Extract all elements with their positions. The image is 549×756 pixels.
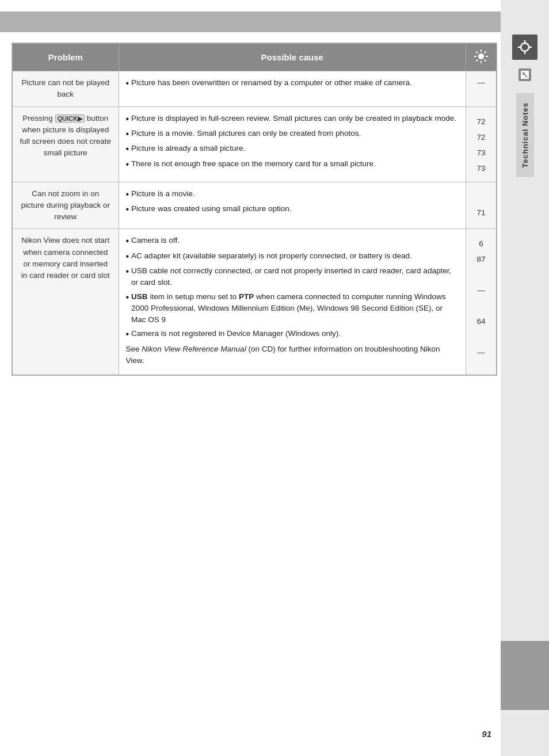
bullet-icon: • [126, 328, 129, 341]
table-row: Nikon View does not start when camera co… [12, 229, 497, 375]
right-sidebar: Technical Notes [501, 0, 549, 756]
top-band [0, 12, 501, 32]
cause-cell-2: • Picture is displayed in full-screen re… [119, 106, 466, 182]
settings-icon [512, 35, 537, 60]
header-cause: Possible cause [119, 43, 466, 71]
problem-cell-4: Nikon View does not start when camera co… [12, 229, 119, 375]
multi-ref: 72 72 73 73 [473, 113, 489, 176]
problem-cell-3: Can not zoom in on picture during playba… [12, 182, 119, 229]
table-row: Pressing QUICK▶ button when picture is d… [12, 106, 497, 182]
cause-cell-1: • Picture has been overwritten or rename… [119, 71, 466, 107]
problem-cell-1: Picture can not be played back [12, 71, 119, 107]
page-wrapper: Technical Notes Problem Possible cause [0, 0, 549, 756]
bullet-icon: • [126, 188, 129, 201]
svg-line-14 [476, 52, 478, 54]
table-row: Picture can not be played back • Picture… [12, 71, 497, 107]
svg-line-16 [485, 52, 486, 54]
bullet-icon: • [126, 158, 129, 171]
quick-key: QUICK▶ [55, 114, 85, 123]
page-number: 91 [482, 729, 491, 739]
ref-cell-3: 71 [466, 182, 497, 229]
multi-ref: 6 87 — 64 — [473, 235, 489, 360]
bold-ptp: PTP [239, 292, 254, 301]
sidebar-tab-label: Technical Notes [516, 93, 534, 177]
bullet-icon: • [126, 250, 129, 263]
cause-cell-3: • Picture is a movie. • Picture was crea… [119, 182, 466, 229]
bullet-icon: • [126, 291, 129, 304]
multi-ref: 71 [473, 188, 489, 220]
bold-usb: USB [131, 292, 148, 301]
bullet-icon: • [126, 265, 129, 278]
header-ref [466, 43, 497, 71]
bullet-icon: • [126, 143, 129, 155]
main-content: Problem Possible cause [12, 43, 497, 376]
svg-point-0 [521, 43, 529, 51]
ref-cell-4: 6 87 — 64 — [466, 229, 497, 375]
italic-manual: Nikon View Reference Manual [142, 345, 246, 353]
ref-cell-1: — [466, 71, 497, 107]
header-problem: Problem [12, 43, 119, 71]
ref-cell-2: 72 72 73 73 [466, 106, 497, 182]
bullet-icon: • [126, 203, 129, 216]
table-row: Can not zoom in on picture during playba… [12, 182, 497, 229]
problem-cell-2: Pressing QUICK▶ button when picture is d… [12, 106, 119, 182]
bullet-icon: • [126, 128, 129, 140]
svg-line-17 [476, 60, 478, 62]
bullet-icon: • [126, 113, 129, 125]
bullet-icon: • [126, 235, 129, 247]
edit-icon [514, 64, 535, 85]
svg-point-9 [478, 54, 484, 59]
bullet-icon: • [126, 77, 129, 90]
troubleshooting-table: Problem Possible cause [12, 43, 497, 376]
svg-line-15 [485, 60, 486, 62]
cause-cell-4: • Camera is off. • AC adapter kit (avail… [119, 229, 466, 375]
